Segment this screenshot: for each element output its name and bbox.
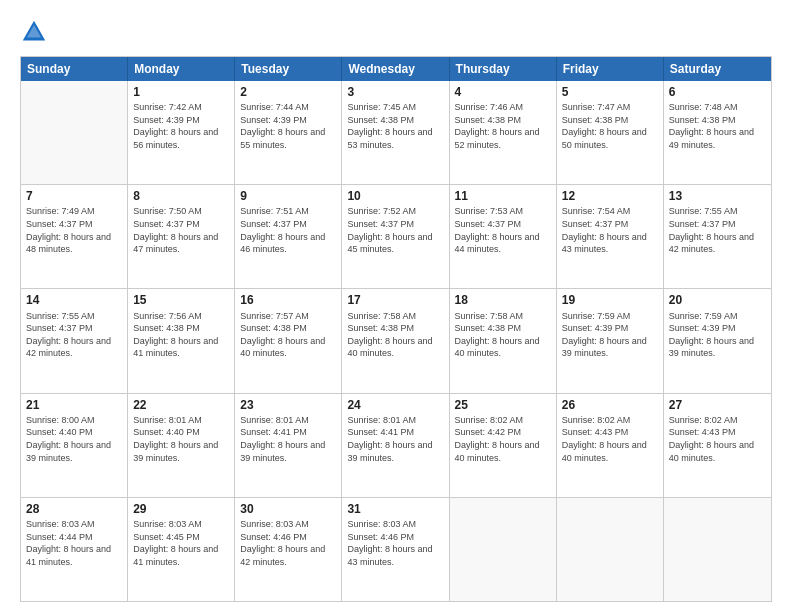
cell-info: Sunrise: 7:55 AMSunset: 4:37 PMDaylight:…	[669, 205, 766, 255]
calendar-body: 1Sunrise: 7:42 AMSunset: 4:39 PMDaylight…	[21, 81, 771, 601]
day-number: 4	[455, 84, 551, 100]
day-number: 7	[26, 188, 122, 204]
day-number: 23	[240, 397, 336, 413]
day-number: 19	[562, 292, 658, 308]
calendar-cell: 22Sunrise: 8:01 AMSunset: 4:40 PMDayligh…	[128, 394, 235, 497]
day-number: 16	[240, 292, 336, 308]
calendar-cell: 1Sunrise: 7:42 AMSunset: 4:39 PMDaylight…	[128, 81, 235, 184]
calendar-cell	[557, 498, 664, 601]
day-number: 31	[347, 501, 443, 517]
cell-info: Sunrise: 8:02 AMSunset: 4:43 PMDaylight:…	[669, 414, 766, 464]
day-number: 25	[455, 397, 551, 413]
calendar-cell	[450, 498, 557, 601]
cell-info: Sunrise: 7:59 AMSunset: 4:39 PMDaylight:…	[562, 310, 658, 360]
logo	[20, 18, 52, 46]
cell-info: Sunrise: 7:47 AMSunset: 4:38 PMDaylight:…	[562, 101, 658, 151]
day-number: 26	[562, 397, 658, 413]
weekday-header-tuesday: Tuesday	[235, 57, 342, 81]
day-number: 24	[347, 397, 443, 413]
cell-info: Sunrise: 8:03 AMSunset: 4:46 PMDaylight:…	[240, 518, 336, 568]
calendar-cell: 4Sunrise: 7:46 AMSunset: 4:38 PMDaylight…	[450, 81, 557, 184]
day-number: 27	[669, 397, 766, 413]
cell-info: Sunrise: 8:02 AMSunset: 4:43 PMDaylight:…	[562, 414, 658, 464]
day-number: 20	[669, 292, 766, 308]
cell-info: Sunrise: 8:02 AMSunset: 4:42 PMDaylight:…	[455, 414, 551, 464]
calendar-cell: 24Sunrise: 8:01 AMSunset: 4:41 PMDayligh…	[342, 394, 449, 497]
day-number: 5	[562, 84, 658, 100]
day-number: 14	[26, 292, 122, 308]
day-number: 10	[347, 188, 443, 204]
calendar-cell: 2Sunrise: 7:44 AMSunset: 4:39 PMDaylight…	[235, 81, 342, 184]
day-number: 1	[133, 84, 229, 100]
day-number: 6	[669, 84, 766, 100]
day-number: 9	[240, 188, 336, 204]
day-number: 18	[455, 292, 551, 308]
cell-info: Sunrise: 7:45 AMSunset: 4:38 PMDaylight:…	[347, 101, 443, 151]
cell-info: Sunrise: 8:01 AMSunset: 4:41 PMDaylight:…	[347, 414, 443, 464]
page: SundayMondayTuesdayWednesdayThursdayFrid…	[0, 0, 792, 612]
calendar-cell: 14Sunrise: 7:55 AMSunset: 4:37 PMDayligh…	[21, 289, 128, 392]
cell-info: Sunrise: 7:49 AMSunset: 4:37 PMDaylight:…	[26, 205, 122, 255]
day-number: 28	[26, 501, 122, 517]
weekday-header-thursday: Thursday	[450, 57, 557, 81]
cell-info: Sunrise: 7:51 AMSunset: 4:37 PMDaylight:…	[240, 205, 336, 255]
cell-info: Sunrise: 7:44 AMSunset: 4:39 PMDaylight:…	[240, 101, 336, 151]
cell-info: Sunrise: 7:58 AMSunset: 4:38 PMDaylight:…	[455, 310, 551, 360]
calendar-cell: 19Sunrise: 7:59 AMSunset: 4:39 PMDayligh…	[557, 289, 664, 392]
cell-info: Sunrise: 7:58 AMSunset: 4:38 PMDaylight:…	[347, 310, 443, 360]
calendar: SundayMondayTuesdayWednesdayThursdayFrid…	[20, 56, 772, 602]
day-number: 21	[26, 397, 122, 413]
cell-info: Sunrise: 7:50 AMSunset: 4:37 PMDaylight:…	[133, 205, 229, 255]
weekday-header-friday: Friday	[557, 57, 664, 81]
header	[20, 18, 772, 46]
calendar-cell: 7Sunrise: 7:49 AMSunset: 4:37 PMDaylight…	[21, 185, 128, 288]
day-number: 29	[133, 501, 229, 517]
weekday-header-wednesday: Wednesday	[342, 57, 449, 81]
calendar-row-5: 28Sunrise: 8:03 AMSunset: 4:44 PMDayligh…	[21, 497, 771, 601]
calendar-cell: 8Sunrise: 7:50 AMSunset: 4:37 PMDaylight…	[128, 185, 235, 288]
calendar-row-3: 14Sunrise: 7:55 AMSunset: 4:37 PMDayligh…	[21, 288, 771, 392]
day-number: 15	[133, 292, 229, 308]
calendar-cell: 29Sunrise: 8:03 AMSunset: 4:45 PMDayligh…	[128, 498, 235, 601]
cell-info: Sunrise: 7:52 AMSunset: 4:37 PMDaylight:…	[347, 205, 443, 255]
cell-info: Sunrise: 8:03 AMSunset: 4:44 PMDaylight:…	[26, 518, 122, 568]
calendar-cell: 15Sunrise: 7:56 AMSunset: 4:38 PMDayligh…	[128, 289, 235, 392]
calendar-row-1: 1Sunrise: 7:42 AMSunset: 4:39 PMDaylight…	[21, 81, 771, 184]
cell-info: Sunrise: 8:01 AMSunset: 4:40 PMDaylight:…	[133, 414, 229, 464]
calendar-cell: 27Sunrise: 8:02 AMSunset: 4:43 PMDayligh…	[664, 394, 771, 497]
day-number: 22	[133, 397, 229, 413]
calendar-cell: 12Sunrise: 7:54 AMSunset: 4:37 PMDayligh…	[557, 185, 664, 288]
day-number: 30	[240, 501, 336, 517]
calendar-cell: 9Sunrise: 7:51 AMSunset: 4:37 PMDaylight…	[235, 185, 342, 288]
calendar-cell: 18Sunrise: 7:58 AMSunset: 4:38 PMDayligh…	[450, 289, 557, 392]
calendar-cell	[664, 498, 771, 601]
cell-info: Sunrise: 7:55 AMSunset: 4:37 PMDaylight:…	[26, 310, 122, 360]
calendar-cell: 10Sunrise: 7:52 AMSunset: 4:37 PMDayligh…	[342, 185, 449, 288]
calendar-row-2: 7Sunrise: 7:49 AMSunset: 4:37 PMDaylight…	[21, 184, 771, 288]
calendar-cell: 31Sunrise: 8:03 AMSunset: 4:46 PMDayligh…	[342, 498, 449, 601]
calendar-header: SundayMondayTuesdayWednesdayThursdayFrid…	[21, 57, 771, 81]
logo-icon	[20, 18, 48, 46]
day-number: 12	[562, 188, 658, 204]
calendar-cell: 28Sunrise: 8:03 AMSunset: 4:44 PMDayligh…	[21, 498, 128, 601]
cell-info: Sunrise: 8:03 AMSunset: 4:46 PMDaylight:…	[347, 518, 443, 568]
cell-info: Sunrise: 7:59 AMSunset: 4:39 PMDaylight:…	[669, 310, 766, 360]
cell-info: Sunrise: 8:00 AMSunset: 4:40 PMDaylight:…	[26, 414, 122, 464]
calendar-cell: 3Sunrise: 7:45 AMSunset: 4:38 PMDaylight…	[342, 81, 449, 184]
cell-info: Sunrise: 7:54 AMSunset: 4:37 PMDaylight:…	[562, 205, 658, 255]
calendar-row-4: 21Sunrise: 8:00 AMSunset: 4:40 PMDayligh…	[21, 393, 771, 497]
calendar-cell	[21, 81, 128, 184]
cell-info: Sunrise: 7:53 AMSunset: 4:37 PMDaylight:…	[455, 205, 551, 255]
cell-info: Sunrise: 7:57 AMSunset: 4:38 PMDaylight:…	[240, 310, 336, 360]
calendar-cell: 30Sunrise: 8:03 AMSunset: 4:46 PMDayligh…	[235, 498, 342, 601]
day-number: 11	[455, 188, 551, 204]
calendar-cell: 23Sunrise: 8:01 AMSunset: 4:41 PMDayligh…	[235, 394, 342, 497]
cell-info: Sunrise: 7:42 AMSunset: 4:39 PMDaylight:…	[133, 101, 229, 151]
day-number: 17	[347, 292, 443, 308]
day-number: 2	[240, 84, 336, 100]
weekday-header-monday: Monday	[128, 57, 235, 81]
day-number: 8	[133, 188, 229, 204]
weekday-header-saturday: Saturday	[664, 57, 771, 81]
day-number: 13	[669, 188, 766, 204]
calendar-cell: 26Sunrise: 8:02 AMSunset: 4:43 PMDayligh…	[557, 394, 664, 497]
